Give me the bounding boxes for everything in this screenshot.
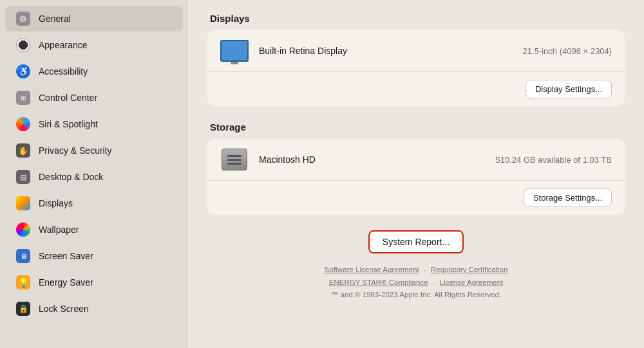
footer-sep-1: - (424, 266, 428, 273)
footer-sep-2: - (433, 279, 437, 286)
storage-settings-button[interactable]: Storage Settings... (524, 188, 612, 207)
sidebar-item-displays[interactable]: Displays (5, 190, 183, 216)
sidebar-item-desktop-dock[interactable]: ▤ Desktop & Dock (5, 164, 183, 190)
wallpaper-icon (15, 222, 31, 237)
system-report-area: System Report... (207, 230, 625, 253)
gear-icon: ⚙ (15, 11, 31, 26)
desktop-dock-icon: ▤ (15, 169, 31, 185)
control-center-icon: ⊞ (15, 90, 31, 105)
storage-graphic (222, 149, 247, 170)
displays-section: Built-in Retina Display 21.5-inch (4096 … (207, 30, 625, 106)
storage-section: Macintosh HD 510.24 GB available of 1.03… (207, 139, 625, 215)
sidebar-item-general[interactable]: ⚙ General (5, 6, 183, 32)
appearance-icon (15, 37, 31, 53)
storage-section-title: Storage (207, 122, 625, 133)
energy-star-link[interactable]: ENERGY STAR® Compliance (329, 279, 428, 286)
lock-screen-icon: 🔒 (15, 301, 31, 316)
storage-name: Macintosh HD (259, 154, 486, 165)
screen-saver-icon: 🖥 (15, 248, 31, 264)
sidebar-label-accessibility: Accessibility (39, 66, 88, 77)
display-graphic (220, 40, 249, 62)
storage-row: Macintosh HD 510.24 GB available of 1.03… (207, 139, 625, 180)
sidebar-item-screen-saver[interactable]: 🖥 Screen Saver (5, 243, 183, 269)
display-settings-area: Display Settings... (207, 71, 625, 106)
siri-icon (15, 116, 31, 132)
sidebar-item-control-center[interactable]: ⊞ Control Center (5, 85, 183, 111)
hard-drive-icon (220, 148, 249, 171)
display-detail: 21.5-inch (4096 × 2304) (523, 46, 612, 56)
footer-line-1: Software License Agreement - Regulatory … (207, 264, 625, 277)
sidebar-label-lock-screen: Lock Screen (39, 304, 89, 314)
sidebar-label-siri-spotlight: Siri & Spotlight (39, 119, 98, 129)
footer-links: Software License Agreement - Regulatory … (207, 264, 625, 302)
system-report-button[interactable]: System Report... (368, 230, 464, 253)
sidebar-item-appearance[interactable]: Appearance (5, 32, 183, 58)
sidebar-item-privacy-security[interactable]: ✋ Privacy & Security (5, 138, 183, 163)
sidebar-label-general: General (39, 14, 71, 24)
sidebar-label-screen-saver: Screen Saver (39, 251, 93, 261)
sidebar-item-energy-saver[interactable]: 💡 Energy Saver (5, 270, 183, 295)
sidebar-label-appearance: Appearance (39, 40, 88, 50)
sidebar-label-control-center: Control Center (39, 93, 97, 103)
sidebar-item-wallpaper[interactable]: Wallpaper (5, 217, 183, 243)
sidebar-label-displays: Displays (39, 198, 73, 208)
sidebar-label-wallpaper: Wallpaper (39, 224, 79, 235)
footer-copyright: ™ and © 1983-2023 Apple Inc. All Rights … (207, 289, 625, 302)
displays-row: Built-in Retina Display 21.5-inch (4096 … (207, 30, 625, 71)
monitor-icon (220, 39, 249, 62)
display-name: Built-in Retina Display (259, 46, 513, 56)
software-license-link[interactable]: Software License Agreement (325, 266, 419, 273)
energy-saver-icon: 💡 (15, 275, 31, 290)
sidebar-label-energy-saver: Energy Saver (39, 277, 93, 288)
storage-detail: 510.24 GB available of 1.03 TB (496, 155, 612, 165)
sidebar: ⚙ General Appearance ♿ Accessibility ⊞ C… (0, 0, 188, 348)
displays-section-title: Displays (207, 13, 625, 24)
displays-icon (15, 196, 31, 211)
accessibility-icon: ♿ (15, 64, 31, 79)
license-agreement-link[interactable]: License Agreement (440, 279, 503, 286)
regulatory-certification-link[interactable]: Regulatory Certification (431, 266, 508, 273)
privacy-icon: ✋ (15, 143, 31, 158)
sidebar-label-privacy-security: Privacy & Security (39, 145, 112, 156)
sidebar-item-accessibility[interactable]: ♿ Accessibility (5, 59, 183, 84)
main-content: Displays Built-in Retina Display 21.5-in… (188, 0, 644, 348)
sidebar-item-lock-screen[interactable]: 🔒 Lock Screen (5, 296, 183, 322)
storage-settings-area: Storage Settings... (207, 180, 625, 215)
sidebar-item-siri-spotlight[interactable]: Siri & Spotlight (5, 111, 183, 137)
display-settings-button[interactable]: Display Settings... (526, 80, 612, 98)
sidebar-label-desktop-dock: Desktop & Dock (39, 172, 103, 182)
footer-line-2: ENERGY STAR® Compliance - License Agreem… (207, 277, 625, 289)
